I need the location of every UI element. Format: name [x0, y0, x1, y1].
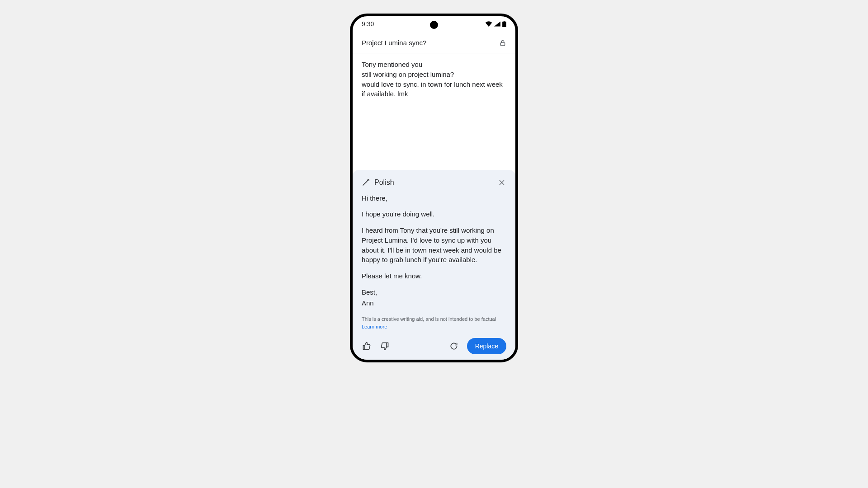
thumbs-down-button[interactable] [380, 341, 390, 351]
polish-suggestion-text: Hi there, I hope you're doing well. I he… [362, 193, 506, 314]
draft-line: would love to sync. in town for lunch ne… [362, 80, 506, 99]
subject-text[interactable]: Project Lumina sync? [362, 39, 426, 47]
camera-hole-icon [430, 21, 438, 29]
learn-more-link[interactable]: Learn more [362, 324, 506, 330]
draft-line: Tony mentioned you [362, 60, 506, 70]
right-actions: Replace [449, 338, 506, 354]
close-button[interactable] [497, 178, 506, 187]
thumbs-up-button[interactable] [362, 341, 372, 351]
polish-line: I hope you're doing well. [362, 209, 506, 219]
battery-icon [502, 21, 506, 27]
cell-signal-icon [494, 21, 500, 27]
disclaimer: This is a creative writing aid, and is n… [362, 316, 506, 330]
svg-rect-2 [500, 42, 505, 46]
polish-header: Polish [362, 178, 506, 187]
draft-body[interactable]: Tony mentioned you still working on proj… [353, 53, 515, 99]
polish-line: Hi there, [362, 193, 506, 203]
subject-row: Project Lumina sync? [353, 32, 515, 53]
feedback-group [362, 341, 390, 351]
regenerate-button[interactable] [449, 341, 459, 351]
wifi-icon [485, 21, 492, 27]
svg-rect-0 [504, 21, 505, 22]
spacer [353, 99, 515, 170]
status-bar: 9:30 [353, 16, 515, 32]
action-row: Replace [362, 338, 506, 354]
wand-icon [362, 178, 370, 187]
phone-frame: 9:30 Project Lumina sync? [350, 14, 518, 362]
status-icons [485, 21, 506, 27]
polish-line: I heard from Tony that you're still work… [362, 225, 506, 265]
lock-icon[interactable] [499, 39, 506, 47]
status-time: 9:30 [362, 20, 374, 28]
draft-line: still working on project lumina? [362, 70, 506, 80]
polish-title-group: Polish [362, 178, 394, 187]
replace-button[interactable]: Replace [467, 338, 506, 354]
polish-title: Polish [374, 178, 394, 187]
polish-panel: Polish Hi there, I hope you're doing wel… [353, 170, 515, 360]
polish-signoff: Best, [362, 287, 506, 297]
svg-rect-1 [502, 22, 506, 27]
polish-line: Please let me know. [362, 271, 506, 281]
polish-signature: Ann [362, 298, 506, 308]
stage: 9:30 Project Lumina sync? [0, 0, 868, 488]
disclaimer-text: This is a creative writing aid, and is n… [362, 316, 496, 322]
